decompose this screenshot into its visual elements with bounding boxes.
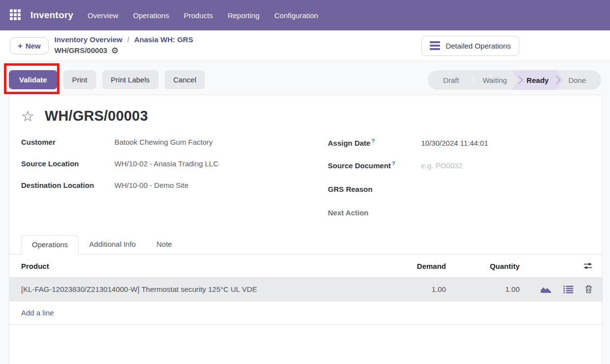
breadcrumb-link-inventory-overview[interactable]: Inventory Overview — [55, 35, 122, 44]
assign-date-label-text: Assign Date — [328, 139, 371, 147]
breadcrumb-current: WH/GRS/00003 — [55, 46, 108, 55]
destination-location-label: Destination Location — [21, 181, 114, 189]
optional-columns-icon[interactable] — [583, 262, 592, 270]
destination-location-value[interactable]: WH/10-00 - Demo Site — [114, 181, 189, 189]
status-bar: Draft Waiting Ready Done — [428, 70, 601, 90]
tab-additional-info[interactable]: Additional Info — [79, 235, 146, 254]
help-question-icon: ? — [371, 138, 375, 144]
grs-reason-value[interactable] — [421, 183, 591, 192]
source-document-input[interactable] — [421, 161, 539, 170]
list-bars-icon — [430, 41, 440, 50]
row-quantity-cell[interactable]: 1.00 — [446, 285, 520, 293]
table-row[interactable]: [KL-FAG-12023830/Z213014000-W] Thermosta… — [9, 278, 602, 301]
status-step-draft[interactable]: Draft — [432, 70, 471, 90]
top-navbar: Inventory Overview Operations Products R… — [0, 0, 610, 30]
form-sheet: ☆ WH/GRS/00003 Customer Batook Chewing G… — [9, 95, 603, 364]
table-header-row: Product Demand Quantity — [9, 255, 602, 278]
breadcrumb-link-operation-type[interactable]: Anasia WH: GRS — [134, 35, 193, 44]
next-action-label: Next Action — [328, 208, 421, 217]
cancel-button[interactable]: Cancel — [165, 70, 205, 89]
operations-table: Product Demand Quantity [KL-FAG-12023830… — [9, 255, 602, 325]
fields-left-column: Customer Batook Chewing Gum Factory Sour… — [21, 138, 284, 230]
source-document-label-text: Source Document — [328, 161, 391, 170]
nav-item-operations[interactable]: Operations — [126, 6, 176, 25]
detailed-operations-button[interactable]: Detailed Operations — [421, 36, 519, 56]
trash-icon[interactable] — [585, 285, 592, 293]
tab-note[interactable]: Note — [146, 235, 182, 254]
assign-date-label: Assign Date? — [328, 138, 421, 147]
row-demand-cell[interactable]: 1.00 — [391, 285, 446, 293]
validate-button[interactable]: Validate — [9, 70, 57, 89]
breadcrumb-separator: / — [124, 35, 132, 44]
source-location-label: Source Location — [21, 159, 114, 168]
add-line-row: Add a line — [9, 301, 602, 325]
source-location-value[interactable]: WH/10-02 - Anasia Trading LLC — [114, 159, 219, 168]
gear-icon[interactable]: ⚙ — [111, 45, 118, 56]
grs-reason-label: GRS Reason — [328, 185, 421, 193]
source-document-label: Source Document? — [328, 160, 421, 170]
fields-right-column: Assign Date? 10/30/2024 11:44:01 Source … — [328, 138, 591, 230]
nav-item-configuration[interactable]: Configuration — [267, 6, 325, 25]
column-header-quantity: Quantity — [446, 262, 520, 270]
plus-icon: + — [18, 42, 23, 50]
status-step-waiting[interactable]: Waiting — [471, 70, 518, 90]
help-question-icon: ? — [392, 160, 395, 166]
breadcrumb-bar: + New Inventory Overview / Anasia WH: GR… — [0, 30, 610, 61]
favorite-star-icon[interactable]: ☆ — [21, 109, 34, 124]
customer-value[interactable]: Batook Chewing Gum Factory — [114, 138, 213, 146]
add-a-line-link[interactable]: Add a line — [21, 309, 54, 317]
record-title: WH/GRS/00003 — [45, 108, 148, 124]
detailed-operations-label: Detailed Operations — [445, 42, 511, 50]
notebook-tabs: Operations Additional Info Note — [9, 235, 602, 255]
column-header-demand: Demand — [391, 262, 446, 270]
apps-grid-icon[interactable] — [10, 9, 22, 21]
forecast-chart-icon[interactable] — [540, 286, 552, 293]
nav-item-reporting[interactable]: Reporting — [220, 6, 267, 25]
new-button[interactable]: + New — [10, 37, 49, 54]
breadcrumb: Inventory Overview / Anasia WH: GRS WH/G… — [55, 35, 193, 56]
print-button[interactable]: Print — [63, 70, 96, 89]
tab-operations[interactable]: Operations — [21, 235, 79, 255]
new-button-label: New — [26, 42, 41, 50]
print-labels-button[interactable]: Print Labels — [102, 70, 159, 89]
customer-label: Customer — [21, 138, 114, 146]
nav-item-overview[interactable]: Overview — [80, 6, 126, 25]
assign-date-value[interactable]: 10/30/2024 11:44:01 — [421, 139, 489, 147]
row-product-cell[interactable]: [KL-FAG-12023830/Z213014000-W] Thermosta… — [9, 285, 391, 293]
column-header-product: Product — [9, 262, 391, 270]
nav-item-products[interactable]: Products — [176, 6, 220, 25]
app-name[interactable]: Inventory — [30, 10, 73, 21]
next-action-value[interactable] — [421, 207, 591, 215]
control-panel: Validate Print Print Labels Cancel Draft… — [0, 61, 610, 95]
detailed-operations-list-icon[interactable] — [563, 286, 573, 293]
